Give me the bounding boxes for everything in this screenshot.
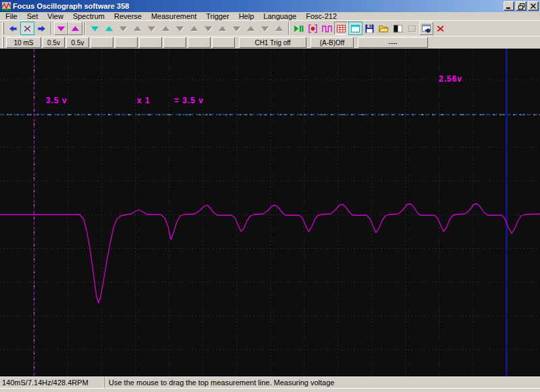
multiplier-label: x 1 bbox=[137, 96, 151, 105]
snapshot-window-icon bbox=[421, 24, 431, 34]
triangle-up-icon bbox=[189, 24, 199, 34]
triangle-down-icon bbox=[232, 24, 242, 34]
toolbar-grip[interactable] bbox=[2, 22, 4, 34]
open-button[interactable] bbox=[377, 22, 391, 35]
triangle-down-icon bbox=[56, 24, 66, 34]
window-view-button[interactable] bbox=[348, 22, 362, 35]
red-x-icon bbox=[435, 24, 446, 34]
aux1-scale-down-button bbox=[116, 22, 130, 35]
record-button[interactable] bbox=[306, 22, 320, 35]
ch1-volts-box-value: 0.5v bbox=[47, 39, 60, 47]
aux6-scale-down-button bbox=[258, 22, 272, 35]
menu-item-view[interactable]: View bbox=[43, 12, 68, 20]
contrast-icon bbox=[393, 24, 403, 34]
save-button[interactable] bbox=[362, 22, 377, 35]
arrow-left-icon bbox=[8, 24, 18, 34]
triangle-down-icon bbox=[118, 24, 128, 34]
restore-button[interactable] bbox=[516, 1, 526, 11]
cursor-cross-button[interactable] bbox=[20, 22, 34, 35]
waveform-trace bbox=[0, 204, 540, 303]
ch1-scale-down-button[interactable] bbox=[54, 22, 68, 35]
triangle-down-icon bbox=[203, 24, 213, 34]
delete-trace-button[interactable] bbox=[433, 22, 448, 35]
snapshot-button[interactable] bbox=[419, 22, 433, 35]
menu-item-fosc-212[interactable]: Fosc-212 bbox=[301, 12, 342, 20]
toolbar-separator bbox=[288, 22, 290, 34]
empty-box-3[interactable] bbox=[139, 37, 162, 48]
toolbar-grip[interactable] bbox=[2, 36, 4, 49]
menubar: FileSetViewSpectrumReverseMeasurementTri… bbox=[0, 12, 540, 20]
ch1-volts-box[interactable]: 0.5v bbox=[43, 37, 65, 48]
square-wave-button[interactable] bbox=[320, 22, 334, 35]
extra-status-box[interactable]: ---- bbox=[358, 37, 428, 48]
ch2-volts-box-value: 0.5v bbox=[72, 39, 84, 47]
record-at-icon bbox=[308, 24, 318, 34]
trigger-status-box[interactable]: CH1 Trig off bbox=[239, 37, 306, 48]
result-voltage-label: = 3.5 v bbox=[174, 96, 204, 105]
trigger-status-box-value: CH1 Trig off bbox=[254, 39, 290, 47]
menu-item-set[interactable]: Set bbox=[22, 12, 43, 20]
triangle-up-icon bbox=[246, 24, 256, 34]
aux5-scale-down-button bbox=[230, 22, 244, 35]
timebase-box-value: 10 mS bbox=[14, 39, 34, 47]
empty-box-6[interactable] bbox=[212, 37, 235, 48]
triangle-up-icon bbox=[70, 24, 80, 34]
open-folder-icon bbox=[379, 24, 389, 34]
aux1-scale-up-button bbox=[130, 22, 144, 35]
empty-box-4[interactable] bbox=[163, 37, 186, 48]
ch2-scale-down-button[interactable] bbox=[88, 22, 102, 35]
run-pause-button[interactable] bbox=[292, 22, 306, 35]
ch1-scale-up-button[interactable] bbox=[68, 22, 82, 35]
aux2-scale-down-button bbox=[144, 22, 159, 35]
extra-status-box-value: ---- bbox=[388, 39, 397, 47]
titlebar: Focus Oscillograph software 358 bbox=[0, 0, 540, 12]
aux5-scale-up-button bbox=[244, 22, 258, 35]
ch2-scale-up-button[interactable] bbox=[102, 22, 116, 35]
menu-item-measurement[interactable]: Measurement bbox=[146, 12, 201, 20]
triangle-down-icon bbox=[175, 24, 185, 34]
jump-right-button[interactable] bbox=[34, 22, 49, 35]
measured-voltage-label: 3.5 v bbox=[46, 96, 68, 105]
empty-box-2[interactable] bbox=[115, 37, 138, 48]
window-bottom-edge bbox=[0, 388, 540, 392]
menu-item-language[interactable]: Language bbox=[259, 12, 301, 20]
menu-item-help[interactable]: Help bbox=[234, 12, 259, 20]
aux4-scale-up-button bbox=[215, 22, 230, 35]
aux3-scale-up-button bbox=[187, 22, 201, 35]
aux6-scale-up-button bbox=[272, 22, 286, 35]
settings-toolbar: 10 mS0.5v0.5vCH1 Trig off(A-B)Off---- bbox=[0, 36, 540, 49]
invert-display-button[interactable] bbox=[391, 22, 405, 35]
ab-mode-box-value: (A-B)Off bbox=[320, 39, 344, 47]
red-grid-icon bbox=[336, 24, 346, 34]
arrow-right-icon bbox=[36, 24, 47, 34]
aux4-scale-down-button bbox=[201, 22, 215, 35]
triangle-down-icon bbox=[146, 24, 157, 34]
toolbar-separator bbox=[51, 22, 52, 34]
menu-item-spectrum[interactable]: Spectrum bbox=[68, 12, 109, 20]
menu-item-file[interactable]: File bbox=[1, 12, 22, 20]
oscilloscope-display[interactable]: 3.5 vx 1= 3.5 v2.56v bbox=[0, 49, 540, 376]
status-measurements: 140mS/7.14Hz/428.4RPM bbox=[0, 377, 105, 388]
cyan-window-icon bbox=[350, 24, 360, 34]
empty-box-5[interactable] bbox=[188, 37, 211, 48]
status-message: Use the mouse to drag the top measuremen… bbox=[105, 379, 540, 387]
play-pause-icon bbox=[294, 24, 304, 34]
ab-mode-box[interactable]: (A-B)Off bbox=[310, 37, 354, 48]
floppy-disk-icon bbox=[364, 24, 375, 34]
blank-frame-icon bbox=[407, 24, 417, 34]
empty-box-1[interactable] bbox=[90, 37, 113, 48]
minimize-button[interactable] bbox=[504, 1, 514, 11]
square-wave-icon bbox=[322, 24, 332, 34]
triangle-up-icon bbox=[104, 24, 114, 34]
menu-item-trigger[interactable]: Trigger bbox=[201, 12, 234, 20]
scope-canvas bbox=[0, 49, 540, 376]
grid-toggle-button[interactable] bbox=[334, 22, 348, 35]
x-marker-icon bbox=[22, 24, 32, 34]
timebase-box[interactable]: 10 mS bbox=[6, 37, 41, 48]
triangle-down-icon bbox=[90, 24, 100, 34]
triangle-up-icon bbox=[217, 24, 227, 34]
menu-item-reverse[interactable]: Reverse bbox=[109, 12, 146, 20]
ch2-volts-box[interactable]: 0.5v bbox=[66, 37, 89, 48]
jump-left-button[interactable] bbox=[6, 22, 20, 35]
close-button[interactable] bbox=[528, 1, 539, 11]
